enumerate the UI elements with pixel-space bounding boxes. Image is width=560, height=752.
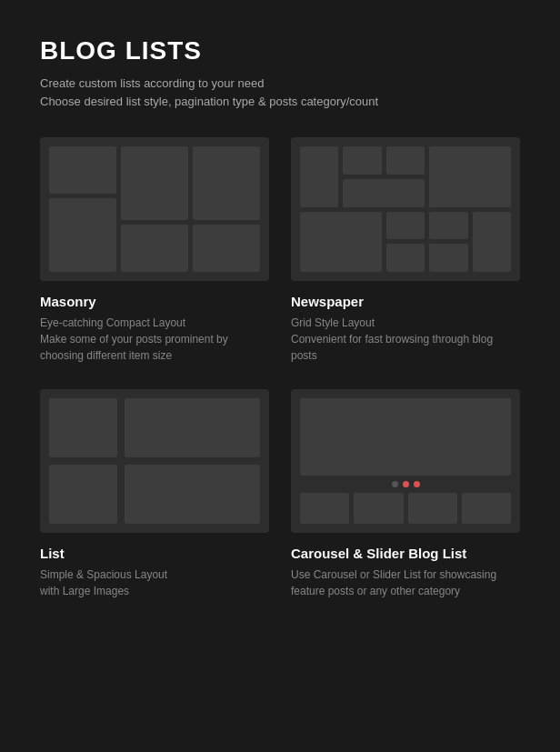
- newspaper-block-4: [429, 146, 511, 207]
- carousel-thumb-3: [408, 493, 457, 524]
- newspaper-block-8: [429, 212, 467, 240]
- list-title: List: [40, 546, 269, 561]
- masonry-block-6: [193, 225, 260, 272]
- list-block-1: [49, 398, 117, 457]
- masonry-desc: Eye-catching Compact Layout Make some of…: [40, 315, 269, 364]
- carousel-preview: [291, 389, 520, 533]
- page-title: BLOG LISTS: [40, 36, 520, 65]
- section-subtitle: Create custom lists according to your ne…: [40, 75, 520, 110]
- carousel-dot-2: [403, 481, 409, 487]
- carousel-thumb-4: [462, 493, 511, 524]
- masonry-block-1: [49, 146, 116, 194]
- newspaper-block-3: [386, 146, 425, 175]
- carousel-dot-3: [414, 481, 420, 487]
- card-carousel: Carousel & Slider Blog List Use Carousel…: [291, 389, 520, 599]
- carousel-title: Carousel & Slider Blog List: [291, 546, 520, 561]
- carousel-main-image: [300, 398, 511, 476]
- newspaper-preview: [291, 137, 520, 281]
- card-list: List Simple & Spacious Layout with Large…: [40, 389, 269, 599]
- carousel-dot-1: [392, 481, 398, 487]
- list-block-4: [125, 465, 260, 524]
- carousel-thumb-2: [354, 493, 403, 524]
- masonry-preview: [40, 137, 269, 281]
- newspaper-block-2: [343, 146, 381, 175]
- list-desc: Simple & Spacious Layout with Large Imag…: [40, 567, 269, 599]
- list-block-3: [49, 465, 117, 524]
- carousel-thumbnails: [291, 493, 520, 533]
- subtitle-line2: Choose desired list style, pagination ty…: [40, 95, 378, 108]
- newspaper-title: Newspaper: [291, 294, 520, 309]
- list-block-2: [125, 398, 260, 457]
- masonry-block-2: [121, 146, 188, 220]
- card-masonry: Masonry Eye-catching Compact Layout Make…: [40, 137, 269, 364]
- newspaper-block-5: [343, 179, 425, 207]
- carousel-thumb-1: [300, 493, 349, 524]
- carousel-dots: [291, 476, 520, 493]
- card-newspaper: Newspaper Grid Style Layout Convenient f…: [291, 137, 520, 364]
- subtitle-line1: Create custom lists according to your ne…: [40, 76, 264, 90]
- masonry-title: Masonry: [40, 294, 269, 309]
- newspaper-block-11: [429, 244, 467, 272]
- cards-grid: Masonry Eye-catching Compact Layout Make…: [40, 137, 520, 599]
- list-preview: [40, 389, 269, 533]
- newspaper-block-9: [473, 212, 511, 273]
- newspaper-block-6: [300, 212, 382, 273]
- masonry-block-5: [121, 225, 188, 272]
- carousel-desc: Use Carousel or Slider List for showcasi…: [291, 567, 520, 599]
- newspaper-block-1: [300, 146, 338, 207]
- newspaper-block-7: [386, 212, 425, 240]
- newspaper-desc: Grid Style Layout Convenient for fast br…: [291, 315, 520, 364]
- newspaper-block-10: [386, 244, 425, 272]
- masonry-block-3: [193, 146, 260, 220]
- masonry-block-4: [49, 198, 116, 272]
